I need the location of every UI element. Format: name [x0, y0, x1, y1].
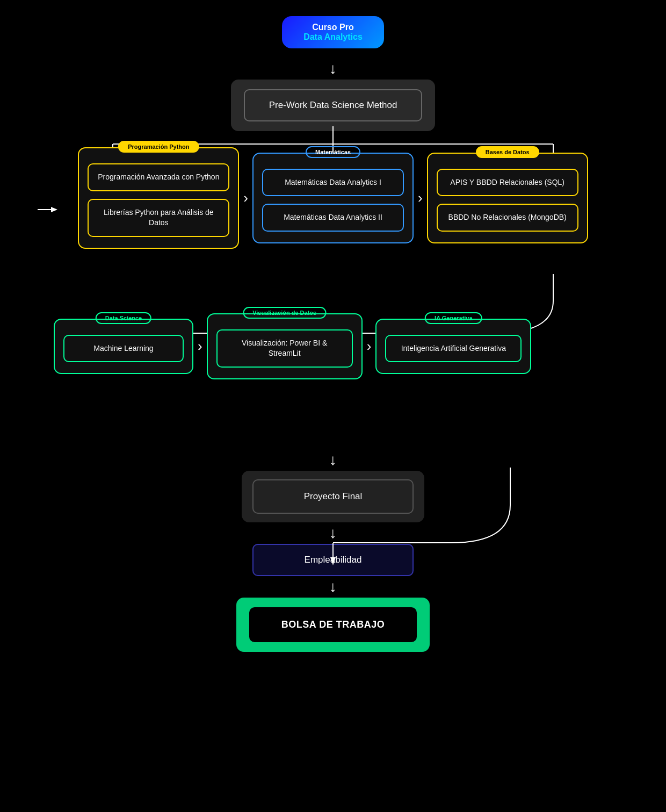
item-ml: Machine Learning [63, 335, 184, 363]
diagram-container: Curso Pro Data Analytics ↓ Pre-Work Data… [0, 0, 666, 812]
item-math-2: Matemáticas Data Analytics II [262, 204, 404, 232]
empleabilidad-container: Empleabilidad [252, 544, 414, 576]
badge-bbdd: Bases de Datos [476, 146, 539, 158]
top-card-inner: Curso Pro Data Analytics [282, 16, 384, 48]
item-math-1: Matemáticas Data Analytics I [262, 169, 404, 197]
arrow-down-4: ↓ [329, 576, 337, 598]
course-title-line1: Curso Pro [303, 23, 363, 32]
col-math: Matemáticas Matemáticas Data Analytics I… [252, 153, 414, 243]
item-python-2: Librerías Python para Análisis de Datos [88, 199, 229, 237]
item-powerbi: Visualización: Power BI & StreamLit [216, 329, 353, 368]
col-python: Programación Python Programación Avanzad… [78, 147, 239, 249]
chevron-2: › [418, 190, 423, 206]
badge-ds: Data Science [96, 312, 151, 324]
top-card: Curso Pro Data Analytics [282, 16, 384, 48]
item-python-1: Programación Avanzada con Python [88, 163, 229, 191]
chevron-1: › [243, 190, 248, 206]
arrow-down-3: ↓ [329, 522, 337, 544]
col-bbdd: Bases de Datos APIS Y BBDD Relacionales … [427, 153, 588, 243]
badge-vis: Visualización de Datos [243, 307, 326, 319]
bolsa-container: BOLSA DE TRABAJO [236, 598, 430, 652]
proyecto-container: Proyecto Final [242, 471, 424, 522]
arrow-down-2: ↓ [329, 449, 337, 471]
item-bbdd-1: APIS Y BBDD Relacionales (SQL) [437, 169, 578, 197]
col-ds: Data Science Machine Learning [54, 319, 193, 375]
badge-python: Programación Python [118, 141, 199, 153]
course-title-line2: Data Analytics [303, 32, 363, 42]
prework-box: Pre-Work Data Science Method [244, 89, 422, 121]
col-ia: IA Generativa Inteligencia Artificial Ge… [375, 319, 531, 375]
col-vis: Visualización de Datos Visualización: Po… [207, 313, 363, 379]
badge-ia: IA Generativa [425, 312, 482, 324]
item-ia: Inteligencia Artificial Generativa [385, 335, 522, 363]
prework-container: Pre-Work Data Science Method [231, 80, 435, 131]
chevron-4: › [367, 338, 372, 355]
proyecto-box: Proyecto Final [252, 479, 414, 514]
arrow-down-1: ↓ [329, 58, 337, 80]
badge-math: Matemáticas [306, 146, 360, 158]
item-bbdd-2: BBDD No Relacionales (MongoDB) [437, 204, 578, 232]
chevron-3: › [198, 338, 202, 355]
bolsa-box: BOLSA DE TRABAJO [249, 607, 417, 642]
